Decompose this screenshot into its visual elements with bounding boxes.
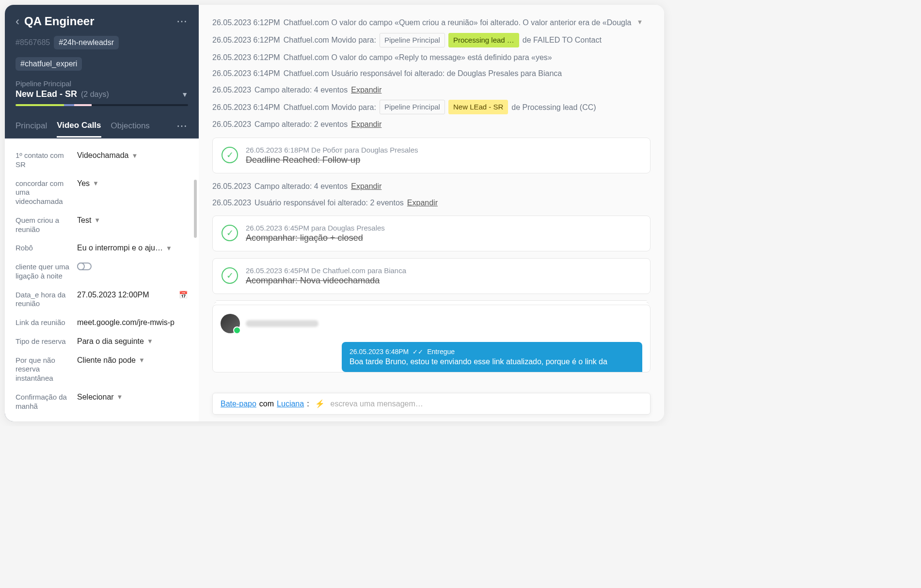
log-datetime: 26.05.2023 6:12PM bbox=[212, 16, 280, 29]
field-label: cliente quer uma ligação à noite bbox=[16, 263, 71, 281]
log-text: Campo alterado: 2 eventos bbox=[254, 118, 348, 131]
field-value[interactable]: meet.google.com/jre-mwis-p bbox=[77, 318, 188, 327]
field-row: Tipo de reservaPara o dia seguinte▼ bbox=[16, 332, 188, 351]
toggle[interactable] bbox=[77, 263, 92, 270]
log-datetime: 26.05.2023 bbox=[212, 180, 251, 193]
field-label: Quem criou a reunião bbox=[16, 216, 71, 234]
log-text: Chatfuel.com Movido para: bbox=[284, 34, 376, 46]
field-value[interactable]: Cliente não pode▼ bbox=[77, 356, 188, 365]
field-value[interactable]: Yes▼ bbox=[77, 179, 188, 188]
msg-text: Boa tarde Bruno, estou te enviando esse … bbox=[349, 357, 635, 366]
lead-title[interactable]: QA Engineer bbox=[24, 15, 172, 28]
log-entry: 26.05.2023 6:14PMChatfuel.com Movido par… bbox=[212, 100, 651, 114]
expand-link[interactable]: Expandir bbox=[407, 197, 438, 209]
field-row: cliente quer uma ligação à noite bbox=[16, 258, 188, 286]
expand-link[interactable]: Expandir bbox=[351, 180, 381, 193]
pipeline-progress bbox=[16, 104, 188, 106]
task-title: Deadline Reached: Follow-up bbox=[246, 155, 418, 165]
msg-status: Entregue bbox=[427, 348, 455, 356]
task-title: Acompanhar: Nova videochamada bbox=[246, 276, 406, 286]
field-value[interactable]: 27.05.2023 12:00PM📅 bbox=[77, 291, 188, 299]
log-entry: 26.05.2023 6:12PMChatfuel.com O valor do… bbox=[212, 51, 651, 64]
check-icon[interactable]: ✓ bbox=[222, 147, 238, 163]
log-datetime: 26.05.2023 6:14PM bbox=[212, 67, 280, 80]
log-tail: de Processing lead (CC) bbox=[511, 101, 596, 114]
check-icon[interactable]: ✓ bbox=[222, 225, 238, 241]
task-title: Acompanhar: ligação + closed bbox=[246, 233, 385, 243]
log-entry: 26.05.2023 6:12PMChatfuel.com Movido par… bbox=[212, 33, 651, 47]
tabs-more-icon[interactable]: ⋯ bbox=[176, 120, 188, 138]
chevron-down-icon: ▼ bbox=[181, 91, 188, 98]
log-tail: de FAILED TO Contact bbox=[523, 34, 602, 46]
task-card[interactable]: ✓26.05.2023 6:45PM para Douglas Presales… bbox=[212, 216, 651, 251]
delivered-icon: ✓✓ bbox=[413, 348, 423, 356]
chevron-down-icon: ▼ bbox=[166, 245, 172, 252]
stage-selector[interactable]: New LEad - SR (2 days) ▼ bbox=[16, 89, 188, 99]
message-input[interactable] bbox=[331, 400, 642, 408]
tab-objections[interactable]: Objections bbox=[111, 121, 150, 137]
chevron-down-icon: ▼ bbox=[139, 356, 145, 364]
field-row: RobôEu o interrompi e o aju…▼ bbox=[16, 239, 188, 258]
log-entry: 26.05.2023 6:12PMChatfuel.com O valor do… bbox=[212, 16, 651, 29]
lead-id: #8567685 bbox=[16, 38, 50, 47]
activity-feed: 26.05.2023 6:12PMChatfuel.com O valor do… bbox=[199, 5, 664, 421]
stage-name: New LEad - SR bbox=[16, 89, 77, 99]
field-label: Confirmação da manhã bbox=[16, 393, 71, 411]
field-row: Link da reuniãomeet.google.com/jre-mwis-… bbox=[16, 313, 188, 332]
sidebar-tabs: Principal Video Calls Objections ⋯ bbox=[5, 113, 199, 139]
check-icon[interactable]: ✓ bbox=[222, 267, 238, 284]
avatar[interactable] bbox=[221, 314, 240, 333]
more-icon[interactable]: ⋯ bbox=[176, 15, 188, 28]
chat-card[interactable]: 26.05.2023 6:48PM ✓✓ Entregue Boa tarde … bbox=[212, 305, 651, 372]
tab-principal[interactable]: Principal bbox=[16, 121, 47, 137]
msg-datetime: 26.05.2023 6:48PM bbox=[349, 348, 409, 356]
tab-video-calls[interactable]: Video Calls bbox=[57, 121, 101, 138]
expand-link[interactable]: Expandir bbox=[351, 84, 381, 96]
back-icon[interactable]: ‹ bbox=[16, 15, 19, 28]
log-text: Campo alterado: 4 eventos bbox=[254, 84, 348, 96]
compose-bar[interactable]: Bate-papo com Luciana: ⚡ bbox=[212, 393, 651, 415]
field-row: Confirmação da manhãSelecionar▼ bbox=[16, 388, 188, 416]
calendar-icon[interactable]: 📅 bbox=[179, 291, 188, 299]
log-text: Chatfuel.com Movido para: bbox=[284, 101, 376, 114]
task-card[interactable]: ✓26.05.2023 6:45PM De Chatfuel.com para … bbox=[212, 258, 651, 294]
chevron-down-icon: ▼ bbox=[94, 217, 100, 224]
field-value[interactable]: Selecionar▼ bbox=[77, 393, 188, 402]
tag[interactable]: #chatfuel_experi bbox=[16, 57, 82, 71]
expand-link[interactable]: Expandir bbox=[351, 118, 381, 131]
field-value[interactable]: Selecionar▼ bbox=[77, 420, 188, 421]
field-label: Tipo de reserva bbox=[16, 337, 71, 346]
stage-days: (2 days) bbox=[81, 90, 109, 99]
chevron-down-icon: ▼ bbox=[117, 393, 123, 401]
user-link[interactable]: Luciana bbox=[277, 400, 304, 408]
log-text: Campo alterado: 4 eventos bbox=[254, 180, 348, 193]
field-value[interactable]: Para o dia seguinte▼ bbox=[77, 337, 188, 346]
app-frame: ‹ QA Engineer ⋯ #8567685 #24h-newleadsr … bbox=[5, 5, 664, 421]
chevron-down-icon: ▼ bbox=[93, 180, 99, 187]
log-entry: 26.05.2023Campo alterado: 2 eventosExpan… bbox=[212, 118, 651, 131]
field-label: concordar com uma videochamada bbox=[16, 179, 71, 206]
outgoing-message: 26.05.2023 6:48PM ✓✓ Entregue Boa tarde … bbox=[342, 342, 642, 372]
log-text: Usuário responsável foi alterado: 2 even… bbox=[254, 197, 404, 209]
bolt-icon[interactable]: ⚡ bbox=[315, 399, 325, 408]
log-entry: 26.05.2023Usuário responsável foi altera… bbox=[212, 197, 651, 209]
task-card[interactable]: ✓26.05.2023 6:18PM De Робот para Douglas… bbox=[212, 138, 651, 173]
field-row: Tipo de confirmaçãoSelecionar▼ bbox=[16, 416, 188, 421]
log-datetime: 26.05.2023 bbox=[212, 84, 251, 96]
scrollbar[interactable] bbox=[194, 180, 197, 238]
field-label: Data_e hora da reunião bbox=[16, 291, 71, 309]
log-datetime: 26.05.2023 bbox=[212, 197, 251, 209]
field-value[interactable] bbox=[77, 263, 188, 270]
field-row: Quem criou a reuniãoTest▼ bbox=[16, 211, 188, 239]
field-value[interactable]: Test▼ bbox=[77, 216, 188, 225]
stage-chip: Processing lead … bbox=[448, 33, 519, 47]
log-datetime: 26.05.2023 6:14PM bbox=[212, 101, 280, 114]
field-value[interactable]: Eu o interrompi e o aju…▼ bbox=[77, 244, 188, 252]
log-text: Chatfuel.com O valor do campo «Reply to … bbox=[284, 51, 552, 64]
chat-link[interactable]: Bate-papo bbox=[221, 400, 256, 408]
field-value[interactable]: Videochamada▼ bbox=[77, 151, 188, 160]
log-text: Chatfuel.com Usuário responsável foi alt… bbox=[284, 67, 562, 80]
tag[interactable]: #24h-newleadsr bbox=[54, 36, 119, 49]
lead-sidebar: ‹ QA Engineer ⋯ #8567685 #24h-newleadsr … bbox=[5, 5, 199, 421]
chevron-down-icon[interactable]: ▼ bbox=[636, 17, 643, 28]
